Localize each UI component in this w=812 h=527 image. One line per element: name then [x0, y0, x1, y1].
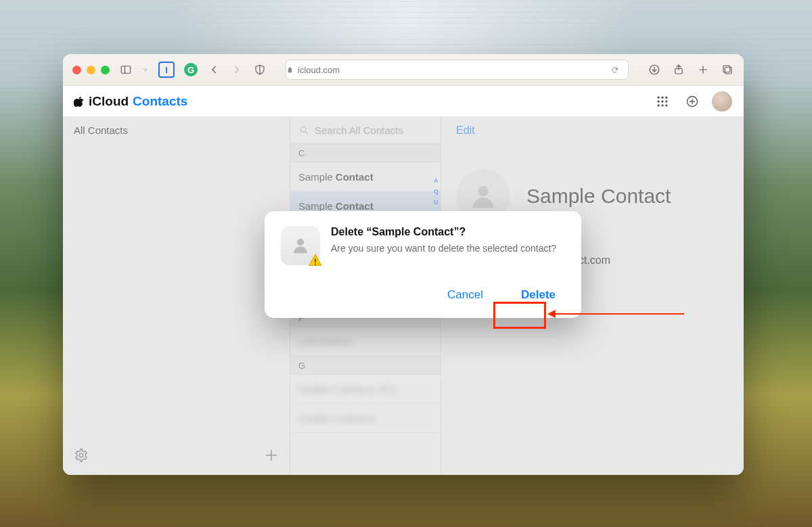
- svg-point-16: [665, 104, 667, 106]
- svg-point-26: [297, 239, 304, 246]
- annotation-arrow-line: [556, 313, 684, 315]
- url-host: icloud.com: [298, 65, 340, 75]
- reload-icon[interactable]: [608, 63, 621, 76]
- svg-point-13: [665, 100, 667, 102]
- address-bar[interactable]: icloud.com: [286, 60, 629, 80]
- svg-rect-28: [315, 264, 316, 265]
- tabs-overview-icon[interactable]: [721, 63, 734, 76]
- app-title[interactable]: iCloud Contacts: [74, 94, 187, 109]
- traffic-lights: [72, 66, 110, 74]
- apple-logo-icon: [74, 96, 85, 107]
- chevron-down-icon[interactable]: [142, 63, 149, 76]
- add-contact-icon[interactable]: [681, 91, 703, 112]
- downloads-icon[interactable]: [648, 63, 661, 76]
- svg-point-12: [661, 100, 663, 102]
- new-tab-icon[interactable]: [696, 63, 710, 76]
- share-icon[interactable]: [672, 63, 685, 76]
- svg-rect-0: [121, 66, 131, 74]
- minimize-window-button[interactable]: [87, 66, 95, 74]
- extension-grammarly-icon[interactable]: G: [184, 63, 198, 76]
- sidebar-toggle-icon[interactable]: [119, 63, 133, 76]
- delete-button[interactable]: Delete: [512, 284, 565, 306]
- back-button[interactable]: [207, 63, 221, 76]
- svg-point-8: [658, 97, 660, 99]
- titlebar: I G icloud.com: [63, 54, 744, 86]
- maximize-window-button[interactable]: [101, 66, 110, 74]
- dialog-title: Delete “Sample Contact”?: [331, 226, 556, 238]
- account-avatar[interactable]: [711, 91, 733, 112]
- apps-grid-icon[interactable]: [652, 91, 673, 112]
- app-label: Contacts: [133, 94, 187, 109]
- extension-i-icon[interactable]: I: [158, 62, 175, 78]
- lock-icon: [286, 66, 294, 74]
- svg-rect-7: [723, 66, 730, 72]
- close-window-button[interactable]: [72, 66, 81, 74]
- cancel-button[interactable]: Cancel: [438, 284, 493, 306]
- safari-window: I G icloud.com iCloud Conta: [63, 54, 744, 475]
- svg-rect-6: [725, 67, 731, 74]
- app-header: iCloud Contacts: [63, 86, 744, 118]
- svg-point-11: [658, 100, 660, 102]
- svg-point-10: [665, 97, 667, 99]
- annotation-arrow-head: [547, 310, 556, 318]
- dialog-message: Are you sure you want to delete the sele…: [331, 242, 556, 256]
- brand-label: iCloud: [89, 94, 129, 109]
- svg-point-9: [661, 97, 663, 99]
- svg-point-14: [658, 104, 660, 106]
- forward-button[interactable]: [230, 63, 244, 76]
- privacy-report-icon[interactable]: [253, 63, 267, 76]
- warning-badge-icon: [308, 253, 323, 268]
- dialog-app-icon: [281, 226, 320, 265]
- delete-confirm-dialog: Delete “Sample Contact”? Are you sure yo…: [265, 211, 581, 318]
- titlebar-right: [648, 63, 734, 76]
- svg-rect-27: [315, 258, 316, 262]
- svg-point-15: [661, 104, 663, 106]
